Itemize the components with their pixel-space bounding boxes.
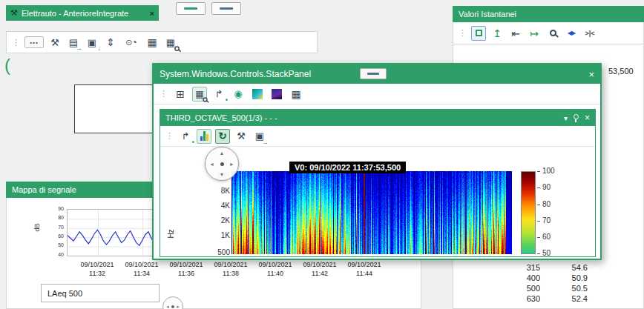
cursor-next-icon[interactable]: ↦ <box>527 26 542 41</box>
freq-tick: 2K <box>202 217 230 225</box>
zoom-grid-button[interactable]: ▦ <box>192 87 207 102</box>
collapsed-toolbar-2[interactable] <box>211 2 241 15</box>
signal-map-title: Mappa di segnale <box>12 185 76 194</box>
table-view-icon[interactable]: ▦ <box>289 87 303 102</box>
save-export-icon[interactable]: ▣ → <box>252 129 267 144</box>
tick-date: 09/10/2021 <box>162 261 210 270</box>
level-tick: 50 <box>537 250 564 257</box>
app-icon: ⚒ <box>10 8 18 18</box>
layout-tree-icon[interactable]: ⊞ <box>173 87 188 102</box>
tick-time: 11:36 <box>162 270 210 279</box>
table-freq-cell: 400 <box>512 273 540 282</box>
pin-icon[interactable] <box>574 114 579 119</box>
toolbar-grip[interactable]: ⋮ <box>12 38 19 47</box>
zoom-table-icon[interactable]: ▦ <box>163 35 178 50</box>
tools-glyph: ⚒ <box>237 130 246 142</box>
stackpanel-window[interactable]: System.Windows.Controls.StackPanel × ⋮ ⊞… <box>152 63 602 260</box>
freq-tick: 500 <box>202 249 230 256</box>
sonogram-view-icon[interactable] <box>269 87 284 102</box>
instant-values-toolbar: ⋮ ↥ ⇤ ↦ ◀▶ >|< <box>453 22 644 44</box>
arrow-down-icon: ↓ <box>98 45 102 52</box>
third-octave-panel: THIRD_OCTAVE_500(1/3) - - - ▾ × ⋮ ↱ • ↻ <box>160 109 596 257</box>
fit-vertical-icon[interactable]: ⇕ <box>103 35 118 50</box>
rotate-glyph: ↻ <box>219 130 227 142</box>
clock-glyph-b: ◔ <box>131 37 137 47</box>
nav-right-icon[interactable]: ► <box>176 305 180 309</box>
align-left-glyph: ⇤ <box>511 27 520 39</box>
cursor-up-icon[interactable]: ↥ <box>490 26 505 41</box>
instant-values-title: Valori Istantanei <box>459 10 516 19</box>
tab-label: Elettrauto - AnterioreIntegrate <box>22 9 128 18</box>
path-glyph: ↱ <box>182 130 190 142</box>
cursor-mode-button[interactable] <box>471 26 486 41</box>
freq-tick: 8K <box>202 187 230 195</box>
time-cursor-line[interactable] <box>364 171 365 254</box>
spectrogram-canvas[interactable] <box>231 171 512 254</box>
spectrogram-view-icon[interactable] <box>250 87 265 102</box>
nav-right-icon[interactable]: ► <box>229 162 234 167</box>
bar-spectrum-button[interactable] <box>197 129 211 144</box>
y-axis-tick: 70 <box>46 225 64 230</box>
trace-path-icon[interactable]: ↱ • <box>178 129 193 144</box>
toolbar-grip[interactable]: ⋮ <box>459 28 466 38</box>
table-glyph: ▦ <box>166 37 175 48</box>
app-root: ⚒ Elettrauto - AnterioreIntegrate × ⋮ ••… <box>0 0 644 309</box>
nav-left-icon[interactable]: ◄ <box>165 305 170 309</box>
arrow-up-glyph: ↥ <box>493 27 502 39</box>
bar-chart-icon <box>200 131 208 141</box>
globe-glyph: ◉ <box>234 88 242 99</box>
table-icon[interactable]: ▦ <box>145 35 160 50</box>
docking-handle[interactable] <box>360 68 387 79</box>
tick-date: 09/10/2021 <box>207 261 254 270</box>
stackpanel-titlebar[interactable]: System.Windows.Controls.StackPanel × <box>154 64 600 84</box>
tree-glyph: ⊞ <box>176 88 185 100</box>
overflow-button[interactable]: ••• <box>24 36 44 48</box>
tick-time: 11:32 <box>73 270 121 279</box>
nav-up-icon[interactable]: ▲ <box>220 150 225 156</box>
globe-icon[interactable]: ◉ <box>231 87 246 102</box>
analysis-tools-icon[interactable]: ⚒ <box>234 129 249 144</box>
tab-close-icon[interactable]: × <box>150 9 154 18</box>
third-octave-toolbar: ⋮ ↱ • ↻ ⚒ ▣ → <box>160 126 595 147</box>
markers-icon[interactable]: ◀▶ <box>564 26 579 41</box>
tick-date: 09/10/2021 <box>252 261 299 270</box>
instant-values-panel-header[interactable]: Valori Istantanei <box>453 6 644 22</box>
zoom-icon[interactable] <box>545 26 560 41</box>
freq-axis-label: Hz <box>167 229 175 238</box>
nav-center-dot[interactable] <box>220 162 224 166</box>
analysis-tools-icon[interactable]: ⚒ <box>47 35 62 50</box>
panel-menu-icon[interactable]: ▾ <box>564 114 568 122</box>
chart-nav-pad[interactable]: ▲ ▼ ◄ ► <box>205 147 239 181</box>
time-period-icon[interactable]: ⊙ ◔ <box>122 35 141 50</box>
toolbar-handle-icon <box>184 7 197 10</box>
align-left-icon[interactable]: ⇤ <box>508 26 523 41</box>
arrow-to-glyph: ↦ <box>530 27 539 39</box>
level-tick: 90 <box>537 184 564 191</box>
panel-close-icon[interactable]: × <box>585 113 590 123</box>
replay-button[interactable]: ↻ <box>215 129 230 144</box>
tools-glyph: ⚒ <box>50 37 59 48</box>
nav-center-dot[interactable] <box>171 305 174 308</box>
save-export-icon[interactable]: ▣ ↓ <box>85 35 99 50</box>
green-dot-icon: • <box>226 97 228 104</box>
disk-glyph: ▣ <box>88 37 96 48</box>
trace-path-icon[interactable]: ↱ • <box>211 87 226 102</box>
table-level-cell: 52.4 <box>553 294 588 303</box>
nav-down-icon[interactable]: ▼ <box>220 172 225 177</box>
stackpanel-title: System.Windows.Controls.StackPanel <box>160 69 311 79</box>
level-tick: 80 <box>537 201 564 208</box>
collapse-range-icon[interactable]: >|< <box>582 26 597 41</box>
third-octave-header[interactable]: THIRD_OCTAVE_500(1/3) - - - ▾ × <box>160 110 595 126</box>
toolbar-grip[interactable]: ⋮ <box>160 89 167 99</box>
collapsed-panel-bracket: ( <box>4 55 10 76</box>
series-legend-laeq[interactable]: LAeq 500 <box>41 284 160 302</box>
tick-time: 11:38 <box>207 270 254 279</box>
arrow-right-icon: → <box>262 139 269 146</box>
toolbar-grip[interactable]: ⋮ <box>165 131 173 141</box>
nav-left-icon[interactable]: ◄ <box>209 162 214 167</box>
window-close-icon[interactable]: × <box>588 69 594 80</box>
export-sheet-icon[interactable]: ▤ → <box>66 35 81 50</box>
table-level-cell: 50.9 <box>553 273 588 282</box>
tab-elettrauto[interactable]: ⚒ Elettrauto - AnterioreIntegrate × <box>6 5 159 21</box>
collapsed-toolbar-1[interactable] <box>176 2 206 15</box>
